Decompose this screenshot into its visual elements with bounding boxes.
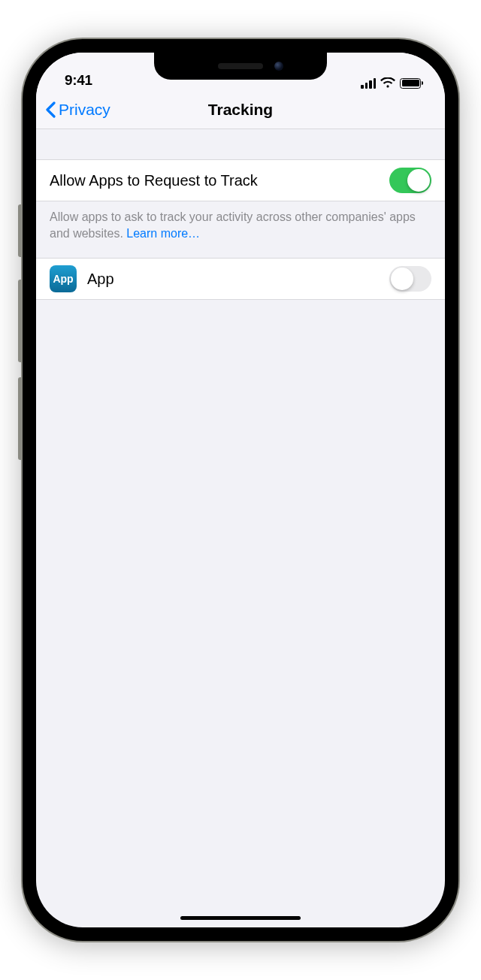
wifi-icon [380, 77, 395, 89]
chevron-left-icon [45, 101, 56, 118]
app-row: AppApp [36, 258, 445, 300]
speaker-grille [218, 63, 263, 69]
footer-text: Allow apps to ask to track your activity… [50, 210, 416, 240]
apps-list: AppApp [36, 258, 445, 300]
phone-frame: 9:41 Privacy [23, 39, 458, 941]
app-tracking-toggle[interactable] [389, 266, 431, 292]
allow-tracking-label: Allow Apps to Request to Track [50, 172, 389, 189]
home-indicator[interactable] [180, 916, 301, 920]
notch [154, 53, 327, 80]
status-icons [361, 77, 421, 89]
allow-tracking-row: Allow Apps to Request to Track [36, 159, 445, 201]
cellular-signal-icon [361, 78, 376, 89]
back-button[interactable]: Privacy [45, 101, 110, 119]
page-title: Tracking [208, 101, 273, 119]
nav-bar: Privacy Tracking [36, 90, 445, 129]
front-camera [274, 62, 283, 71]
status-time: 9:41 [65, 72, 92, 89]
screen: 9:41 Privacy [36, 53, 445, 927]
app-icon: App [50, 265, 77, 292]
app-name: App [87, 271, 389, 288]
allow-tracking-toggle[interactable] [389, 168, 431, 193]
content: Allow Apps to Request to Track Allow app… [36, 129, 445, 300]
back-label: Privacy [59, 101, 110, 119]
battery-icon [400, 78, 421, 89]
learn-more-link[interactable]: Learn more… [126, 227, 200, 240]
tracking-footer: Allow apps to ask to track your activity… [36, 201, 445, 258]
